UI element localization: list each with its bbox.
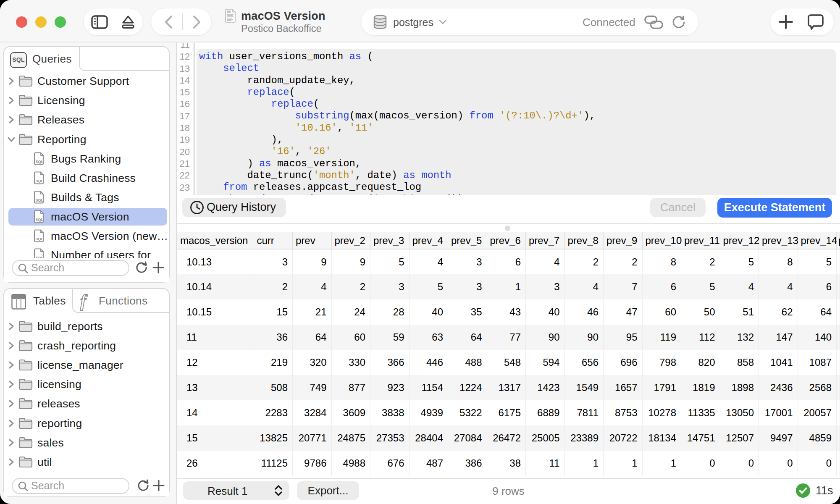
svg-text:f: f: [80, 292, 88, 310]
